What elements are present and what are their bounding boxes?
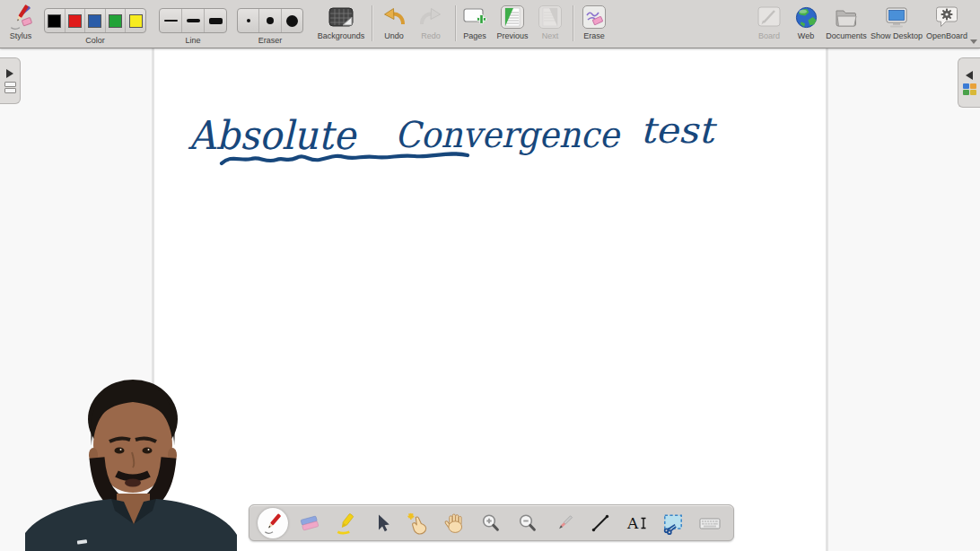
stylus-icon: [4, 3, 38, 31]
selector-tool-button[interactable]: [366, 507, 398, 539]
thick-line-icon: [209, 18, 223, 24]
color-blue[interactable]: [84, 9, 105, 32]
undo-label: Undo: [377, 31, 411, 40]
show-desktop-icon: [870, 3, 923, 31]
openboard-label: OpenBoard: [923, 31, 971, 40]
next-page-icon: [533, 3, 567, 31]
laser-pointer-tool-button[interactable]: [548, 507, 581, 539]
undo-icon: [377, 3, 411, 31]
redo-icon: [414, 3, 448, 31]
capture-tool-button[interactable]: [657, 507, 689, 539]
documents-mode-button[interactable]: Documents: [824, 3, 869, 40]
next-page-button[interactable]: Next: [533, 3, 567, 40]
openboard-window: Stylus Color Line: [0, 0, 980, 551]
redo-label: Redo: [414, 31, 448, 40]
board-icon: [752, 3, 786, 31]
pages-button[interactable]: Pages: [458, 3, 492, 40]
page-stack-icon: [4, 82, 16, 93]
pages-label: Pages: [458, 31, 492, 40]
color-black[interactable]: [45, 9, 65, 32]
whiteboard-page[interactable]: [154, 48, 826, 551]
line-tool-button[interactable]: [584, 507, 617, 539]
openboard-menu-button[interactable]: OpenBoard: [923, 3, 971, 40]
yellow-swatch-icon: [129, 14, 143, 28]
stylus-button[interactable]: Stylus: [4, 3, 38, 40]
pan-hand-tool-button[interactable]: [439, 507, 471, 539]
eye: [143, 447, 153, 453]
eraser-small[interactable]: [238, 9, 258, 32]
pointing-hand-icon: [407, 512, 430, 535]
documents-label: Documents: [824, 31, 869, 40]
text-tool-button[interactable]: A: [621, 507, 653, 539]
chevron-left-icon: [966, 71, 973, 80]
eraser-medium[interactable]: [258, 9, 280, 32]
zoom-out-icon: [517, 512, 538, 534]
green-swatch-icon: [109, 14, 122, 28]
previous-label: Previous: [494, 31, 531, 40]
undo-button[interactable]: Undo: [377, 3, 411, 40]
line-icon: [590, 512, 611, 534]
separator: [455, 5, 457, 41]
zoom-in-icon: [480, 512, 502, 534]
library-icon: [963, 83, 976, 95]
color-red[interactable]: [65, 9, 85, 32]
color-palette: [44, 8, 146, 33]
previous-page-icon: [494, 3, 531, 31]
separator: [372, 5, 373, 41]
highlighter-icon: [334, 512, 357, 535]
text-tool-icon: A: [626, 512, 649, 534]
line-thin[interactable]: [160, 9, 181, 32]
mustache: [117, 474, 149, 478]
webcam-presenter: [25, 370, 237, 551]
svg-text:A: A: [626, 513, 639, 531]
eraser-tool-button[interactable]: [293, 507, 326, 539]
color-yellow[interactable]: [125, 9, 145, 32]
mouth: [125, 479, 141, 487]
eye: [115, 447, 125, 453]
backgrounds-icon: [315, 3, 367, 31]
interact-tool-button[interactable]: [402, 507, 434, 539]
thin-line-icon: [164, 20, 178, 22]
openboard-gear-icon: [923, 3, 971, 31]
chevron-right-icon: [6, 69, 13, 78]
line-medium[interactable]: [181, 9, 204, 32]
virtual-keyboard-tool-button[interactable]: [694, 507, 726, 539]
documents-folder-icon: [824, 3, 869, 31]
small-dot-icon: [247, 19, 250, 22]
previous-page-button[interactable]: Previous: [494, 3, 531, 40]
board-mode-button[interactable]: Board: [752, 3, 786, 40]
web-label: Web: [789, 31, 823, 40]
erase-page-button[interactable]: Erase: [576, 3, 612, 40]
next-label: Next: [533, 31, 567, 40]
capture-scissors-icon: [661, 512, 685, 535]
show-desktop-label: Show Desktop: [870, 31, 923, 40]
large-dot-icon: [286, 15, 298, 27]
show-desktop-button[interactable]: Show Desktop: [870, 3, 923, 40]
erase-label: Erase: [576, 31, 612, 40]
line-thick[interactable]: [204, 9, 226, 32]
left-panel-toggle[interactable]: [0, 57, 21, 104]
web-globe-icon: [789, 3, 823, 31]
backgrounds-button[interactable]: Backgrounds: [315, 3, 367, 40]
new-page-icon: [458, 3, 492, 31]
page-right-edge: [826, 48, 828, 551]
line-label: Line: [159, 36, 227, 45]
right-panel-toggle[interactable]: [958, 57, 980, 108]
medium-dot-icon: [267, 17, 274, 24]
laser-pointer-icon: [554, 512, 575, 534]
erase-page-icon: [576, 3, 612, 31]
zoom-in-tool-button[interactable]: [475, 507, 507, 539]
blue-swatch-icon: [88, 14, 101, 28]
pen-icon: [261, 512, 284, 535]
redo-button[interactable]: Redo: [414, 3, 448, 40]
zoom-out-tool-button[interactable]: [512, 507, 544, 539]
web-mode-button[interactable]: Web: [789, 3, 823, 40]
pen-tool-button[interactable]: [257, 507, 289, 539]
highlighter-tool-button[interactable]: [329, 507, 362, 539]
eraser-large[interactable]: [281, 9, 302, 32]
eraser-icon: [298, 512, 321, 535]
top-toolbar: Stylus Color Line: [0, 0, 980, 48]
color-green[interactable]: [105, 9, 126, 32]
chevron-down-icon[interactable]: [970, 39, 977, 44]
open-hand-icon: [443, 512, 467, 535]
